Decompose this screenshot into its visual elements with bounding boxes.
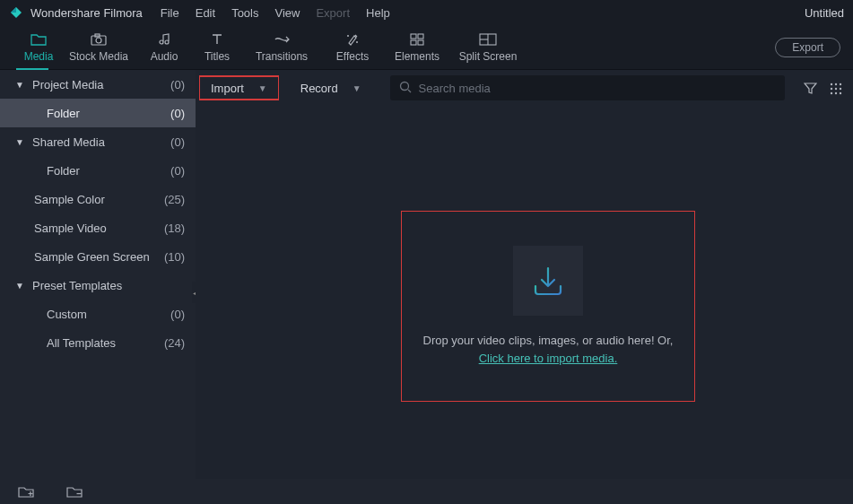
sidebar-item-folder-1[interactable]: Folder (0) [0, 99, 196, 127]
sidebar-count: (0) [170, 78, 185, 91]
sidebar: ▼ Project Media (0) Folder (0) ▼ Shared … [0, 70, 196, 479]
menu-edit[interactable]: Edit [196, 6, 215, 20]
tab-stock-media[interactable]: Stock Media [61, 31, 136, 63]
remove-folder-icon[interactable] [66, 483, 83, 500]
tab-split-screen[interactable]: Split Screen [450, 31, 526, 63]
sidebar-label: Project Media [32, 78, 170, 91]
sidebar-item-all-templates[interactable]: All Templates (24) [0, 328, 196, 357]
tab-effects[interactable]: Effects [321, 31, 384, 63]
sidebar-label: Custom [47, 308, 170, 321]
tab-stock-label: Stock Media [69, 50, 128, 63]
svg-point-15 [834, 83, 836, 84]
music-icon [157, 31, 171, 48]
import-button[interactable]: Import ▼ [199, 75, 279, 100]
svg-point-19 [839, 87, 840, 89]
sidebar-count: (0) [170, 135, 185, 149]
sidebar-item-sample-video[interactable]: Sample Video (18) [0, 213, 196, 242]
content-area: Import ▼ Record ▼ [196, 70, 853, 479]
sidebar-count: (25) [164, 193, 185, 206]
svg-point-21 [834, 91, 836, 93]
chevron-down-icon: ▼ [258, 83, 267, 93]
sidebar-count: (10) [164, 250, 185, 264]
sidebar-count: (0) [170, 308, 185, 321]
elements-icon [409, 31, 425, 48]
sidebar-label: Shared Media [32, 135, 170, 149]
folder-icon [30, 31, 47, 48]
menu-tools[interactable]: Tools [231, 6, 258, 20]
menu-view[interactable]: View [274, 6, 300, 20]
svg-point-17 [830, 87, 831, 89]
sidebar-label: Preset Templates [32, 279, 185, 292]
sidebar-label: Folder [47, 164, 170, 178]
new-folder-icon[interactable] [18, 483, 34, 500]
menu-file[interactable]: File [161, 6, 179, 20]
svg-point-22 [839, 91, 840, 93]
tab-media[interactable]: Media [16, 31, 61, 63]
text-icon [210, 31, 224, 48]
tab-transitions[interactable]: Transitions [242, 31, 321, 63]
tab-titles-label: Titles [205, 50, 230, 63]
chevron-down-icon: ▼ [14, 80, 25, 90]
app-name: Wondershare Filmora [30, 6, 143, 20]
sidebar-count: (18) [164, 222, 185, 235]
svg-point-16 [839, 83, 840, 84]
sidebar-label: Sample Color [34, 193, 164, 206]
tab-audio-label: Audio [151, 50, 178, 63]
sidebar-item-sample-color[interactable]: Sample Color (25) [0, 185, 196, 213]
drop-instruction: Drop your video clips, images, or audio … [423, 334, 674, 347]
title-bar: Wondershare Filmora File Edit Tools View… [0, 0, 853, 25]
menu-export[interactable]: Export [316, 6, 350, 20]
chevron-down-icon: ▼ [353, 83, 361, 93]
sidebar-item-custom[interactable]: Custom (0) [0, 300, 196, 328]
split-screen-icon [479, 31, 497, 48]
export-button[interactable]: Export [775, 38, 840, 57]
tab-effects-label: Effects [336, 50, 369, 63]
search-icon [399, 81, 412, 96]
record-label: Record [300, 82, 338, 95]
import-link[interactable]: Click here to import media. [479, 352, 618, 365]
grid-view-icon[interactable] [828, 81, 842, 95]
sidebar-count: (24) [164, 336, 185, 350]
svg-point-18 [834, 87, 836, 89]
sidebar-label: All Templates [47, 336, 164, 350]
svg-point-14 [830, 83, 831, 84]
chevron-down-icon: ▼ [14, 281, 25, 291]
svg-point-3 [356, 41, 358, 43]
sidebar-item-sample-green[interactable]: Sample Green Screen (10) [0, 242, 196, 271]
svg-rect-8 [418, 40, 423, 45]
menu-help[interactable]: Help [366, 6, 390, 20]
tab-titles[interactable]: Titles [192, 31, 242, 63]
svg-line-13 [408, 90, 411, 92]
record-button[interactable]: Record ▼ [290, 75, 372, 100]
camera-icon [90, 31, 108, 48]
svg-point-12 [400, 82, 408, 90]
tab-audio[interactable]: Audio [136, 31, 192, 63]
app-logo-icon [9, 5, 23, 20]
svg-point-20 [830, 91, 831, 93]
import-label: Import [211, 82, 244, 95]
project-title: Untitled [805, 6, 844, 20]
svg-point-4 [347, 35, 349, 37]
action-row: Import ▼ Record ▼ [196, 70, 853, 106]
sidebar-item-preset-templates[interactable]: ▼ Preset Templates [0, 271, 196, 300]
svg-rect-5 [411, 34, 416, 39]
sidebar-label: Sample Video [34, 222, 164, 235]
tab-transitions-label: Transitions [256, 50, 308, 63]
transition-icon [274, 31, 290, 48]
import-icon [513, 246, 583, 316]
sidebar-item-shared-media[interactable]: ▼ Shared Media (0) [0, 127, 196, 156]
drop-zone[interactable]: Drop your video clips, images, or audio … [401, 211, 695, 402]
filter-icon[interactable] [803, 81, 817, 95]
svg-point-1 [96, 38, 101, 43]
chevron-down-icon: ▼ [14, 137, 25, 147]
search-input[interactable] [419, 82, 776, 95]
footer [0, 479, 853, 504]
sidebar-count: (0) [170, 164, 185, 178]
menu-bar: File Edit Tools View Export Help [161, 6, 390, 20]
tab-split-label: Split Screen [459, 50, 518, 63]
search-box[interactable] [390, 75, 785, 100]
tab-elements[interactable]: Elements [384, 31, 450, 63]
sidebar-item-project-media[interactable]: ▼ Project Media (0) [0, 70, 196, 99]
sidebar-label: Folder [47, 107, 170, 120]
sidebar-item-folder-2[interactable]: Folder (0) [0, 156, 196, 185]
